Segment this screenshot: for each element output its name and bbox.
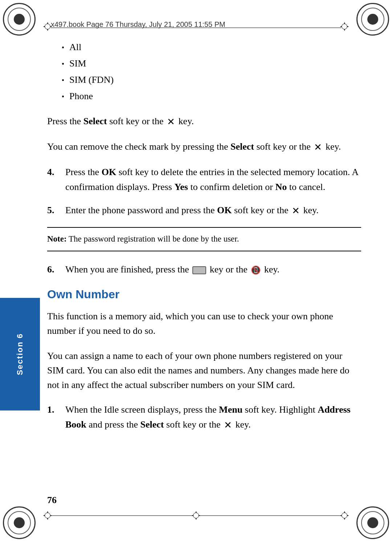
list-item-text: SIM: [69, 56, 86, 70]
corner-decoration-tr: [356, 3, 389, 36]
own-number-desc2: You can assign a name to each of your ow…: [47, 349, 361, 393]
list-item-text: Phone: [69, 89, 93, 103]
crosshair-tl: [44, 23, 52, 31]
crosshair-br: [340, 511, 348, 519]
list-item: • All: [62, 40, 361, 54]
bullet-dot: •: [62, 42, 64, 53]
remove-paragraph: You can remove the check mark by pressin…: [47, 139, 361, 155]
step-6: 6. When you are finished, press the key …: [47, 262, 361, 277]
x-key-icon3: ✕: [292, 204, 300, 218]
step-5-text: Enter the phone password and press the O…: [65, 203, 319, 218]
note-text: Note: The password registration will be …: [47, 234, 239, 243]
step-number-6: 6.: [47, 262, 58, 277]
crosshair-bc: [192, 511, 200, 519]
bullet-list: • All • SIM • SIM (FDN) • Phone: [47, 40, 361, 103]
numbered-list: 4. Press the OK soft key to delete the e…: [47, 165, 361, 218]
crosshair-bl: [44, 511, 52, 519]
own-number-desc1: This function is a memory aid, which you…: [47, 309, 361, 339]
own-step-1-text: When the Idle screen displays, press the…: [65, 403, 361, 432]
list-item-text: All: [69, 40, 81, 54]
corner-decoration-bl: [3, 506, 36, 539]
bullet-dot: •: [62, 58, 64, 69]
bold-select: Select: [83, 116, 107, 126]
note-box: Note: The password registration will be …: [47, 227, 361, 251]
menu-key-icon: [192, 266, 206, 274]
step-number-4: 4.: [47, 165, 58, 194]
list-item: • SIM: [62, 56, 361, 70]
section-tab: Section 6: [0, 298, 40, 410]
bullet-dot: •: [62, 91, 64, 102]
own-step-1: 1. When the Idle screen displays, press …: [47, 403, 361, 432]
own-number-heading: Own Number: [47, 288, 361, 301]
step-6-text: When you are finished, press the key or …: [65, 262, 279, 277]
list-item: • Phone: [62, 89, 361, 103]
bold-select2: Select: [230, 141, 254, 152]
section-tab-label: Section 6: [15, 333, 25, 375]
step-number-5: 5.: [47, 203, 58, 218]
own-step-number-1: 1.: [47, 403, 58, 432]
own-number-steps: 1. When the Idle screen displays, press …: [47, 403, 361, 432]
step-4-text: Press the OK soft key to delete the entr…: [65, 165, 361, 194]
list-item: • SIM (FDN): [62, 73, 361, 87]
bullet-dot: •: [62, 75, 64, 86]
content-area: • All • SIM • SIM (FDN) • Phone Press th…: [47, 40, 361, 441]
x-key-icon4: ✕: [224, 418, 232, 433]
step-4: 4. Press the OK soft key to delete the e…: [47, 165, 361, 194]
crosshair-tr: [340, 23, 348, 31]
x-key-icon2: ✕: [314, 140, 322, 155]
step-5: 5. Enter the phone password and press th…: [47, 203, 361, 218]
page-number: 76: [47, 495, 57, 506]
header-text: x497.book Page 76 Thursday, July 21, 200…: [51, 20, 225, 29]
list-item-text: SIM (FDN): [69, 73, 114, 87]
corner-decoration-tl: [3, 3, 36, 36]
end-key-icon: 📵: [251, 264, 261, 276]
corner-decoration-br: [356, 506, 389, 539]
select-paragraph: Press the Select soft key or the ✕ key.: [47, 114, 361, 129]
x-key-icon: ✕: [167, 115, 175, 129]
page-container: x497.book Page 76 Thursday, July 21, 200…: [0, 0, 392, 542]
